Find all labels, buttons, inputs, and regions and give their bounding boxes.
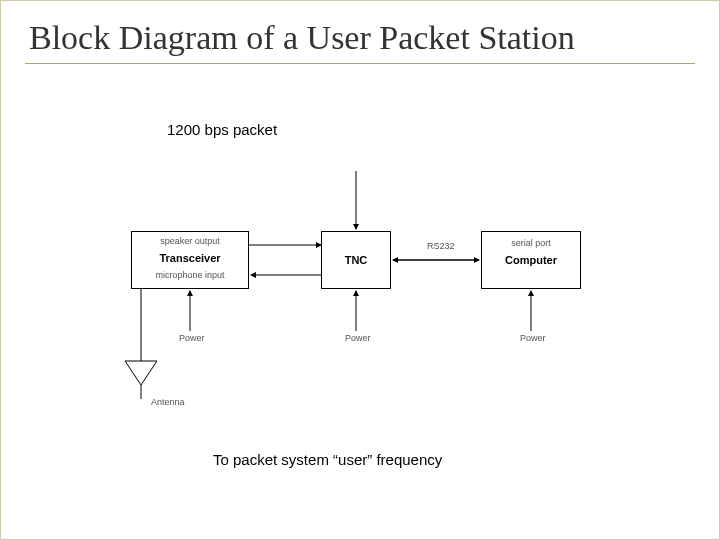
- annotation-bottom: To packet system “user” frequency: [213, 451, 442, 468]
- label-rs232: RS232: [427, 241, 455, 251]
- title-underline: [25, 63, 695, 64]
- label-antenna: Antenna: [151, 397, 185, 407]
- block-diagram: speaker output Transceiver microphone in…: [131, 211, 611, 411]
- label-power-computer: Power: [520, 333, 546, 343]
- label-power-tnc: Power: [345, 333, 371, 343]
- diagram-connections: [131, 211, 611, 441]
- slide-frame: Block Diagram of a User Packet Station 1…: [0, 0, 720, 540]
- label-power-transceiver: Power: [179, 333, 205, 343]
- annotation-top: 1200 bps packet: [167, 121, 277, 138]
- slide-title: Block Diagram of a User Packet Station: [1, 1, 719, 63]
